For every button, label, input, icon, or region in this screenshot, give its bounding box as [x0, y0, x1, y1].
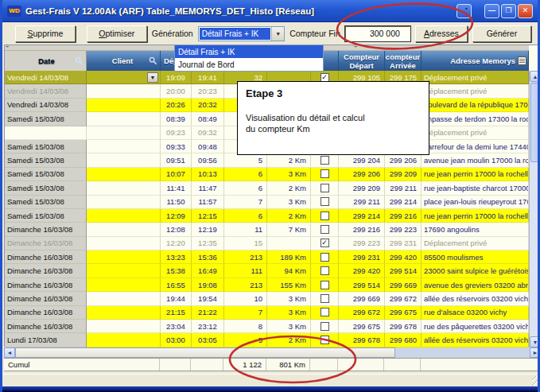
column-options-icon[interactable]	[518, 56, 526, 65]
supprime-button[interactable]: Supprime	[15, 25, 76, 42]
prive-checkbox[interactable]	[321, 156, 329, 165]
vertical-scroll-thumb[interactable]	[530, 83, 540, 162]
dropdown-item[interactable]: Détail Frais + IK	[175, 45, 323, 58]
table-row[interactable]: Dimanche 16/03/0812:2012:3515✓299 223299…	[5, 237, 529, 250]
cell-km: 94 Km	[267, 264, 311, 278]
prive-checkbox[interactable]	[321, 281, 329, 289]
compteur-fin-label: Compteur Fin	[289, 29, 340, 38]
cell-date: Vendredi 14/03/08	[5, 99, 87, 112]
horizontal-scroll-thumb[interactable]	[15, 347, 395, 358]
cell-client	[87, 126, 161, 140]
generation-combobox-value: Détail Frais + IK	[200, 28, 270, 40]
prive-checkbox[interactable]	[321, 294, 329, 303]
cell-date: Lundi 17/03/08	[5, 333, 87, 347]
cell-adresse: Déplacement privé	[422, 126, 529, 140]
cell-client	[87, 99, 161, 112]
cell-prive	[311, 333, 339, 347]
table-row[interactable]: Samedi 15/03/0811:4111:4762 Km299 209299…	[5, 181, 529, 195]
vertical-scrollbar[interactable]: ▲ ▼	[529, 71, 540, 347]
cell-date: Samedi 15/03/08	[5, 196, 87, 209]
table-row[interactable]: Samedi 15/03/0811:5011:5773 Km299 211299…	[5, 196, 529, 209]
optimiser-button[interactable]: Optimiser	[87, 25, 147, 42]
chevron-down-icon[interactable]: ▼	[271, 27, 284, 41]
cell-duree: 5	[224, 333, 267, 347]
table-row[interactable]: Dimanche 16/03/0821:1521:2273 Km299 6722…	[5, 306, 529, 320]
header-compteur-depart[interactable]: Compteur Départ	[339, 51, 385, 71]
title-bar: WD Gest-Frais V 12.00Ak (ARF) Table_MEMO…	[2, 0, 538, 22]
cell-adresse: Déplacement privé	[422, 71, 529, 84]
cell-compteur-depart: 299 672	[339, 306, 385, 320]
header-client[interactable]: Client	[87, 51, 161, 71]
search-icon[interactable]	[75, 56, 84, 65]
prive-checkbox[interactable]	[321, 336, 329, 344]
cell-heure-depart: 09:33	[161, 140, 192, 153]
row-combo-button[interactable]: ▼	[147, 72, 158, 83]
cell-date: Dimanche 16/03/08	[5, 264, 87, 278]
scroll-left-icon[interactable]: ◄	[4, 347, 15, 358]
cell-date: Dimanche 16/03/08	[5, 250, 87, 264]
prive-checkbox[interactable]	[321, 225, 329, 234]
cell-date: Samedi 15/03/08	[5, 168, 87, 181]
window-bottom-border	[2, 386, 540, 392]
cell-prive	[311, 168, 339, 181]
prive-checkbox[interactable]: ✓	[321, 239, 329, 247]
cell-compteur-depart: 299 231	[339, 250, 385, 264]
prive-checkbox[interactable]	[321, 184, 329, 192]
cell-adresse: rue jean perrin 17000 la rochelle	[422, 168, 529, 181]
cell-adresse: avenue jean moulin 17000 la ro	[422, 153, 529, 167]
horizontal-scroll-track[interactable]	[395, 347, 530, 358]
scroll-up-icon[interactable]: ▲	[530, 71, 540, 82]
cell-prive	[311, 209, 339, 223]
prive-checkbox[interactable]	[321, 308, 329, 316]
cumul-label: Cumul	[4, 359, 160, 371]
prive-checkbox[interactable]	[321, 169, 329, 178]
table-row[interactable]: Dimanche 16/03/0812:0812:19117 Km299 216…	[5, 223, 529, 236]
cell-date: Samedi 15/03/08	[5, 181, 87, 195]
header-date[interactable]: Date	[5, 51, 87, 71]
header-adresse[interactable]: Adresse Memorys	[422, 51, 529, 71]
adresses-button[interactable]: Adresses	[415, 25, 468, 42]
table-row[interactable]: Dimanche 16/03/0823:0423:1283 Km299 6752…	[5, 320, 529, 333]
generer-button[interactable]: Générer	[472, 25, 531, 42]
horizontal-scrollbar[interactable]: ◄ ►	[4, 347, 540, 358]
minimize-button[interactable]: —	[484, 4, 499, 18]
cell-adresse: 85500 moulismes	[422, 250, 529, 264]
prive-checkbox[interactable]	[321, 266, 329, 275]
cell-heure-depart: 16:55	[161, 278, 192, 292]
table-row[interactable]: Samedi 15/03/0810:0710:1363 Km299 206299…	[5, 168, 529, 181]
prive-checkbox[interactable]	[321, 253, 329, 262]
cell-heure-arrivee: 03:05	[192, 333, 224, 347]
column-sort-marker[interactable]: ÷	[354, 43, 357, 51]
table-row[interactable]: Dimanche 16/03/0819:4419:54103 Km299 669…	[5, 292, 529, 305]
cell-heure-arrivee: 21:22	[192, 306, 224, 320]
close-button[interactable]: ✕	[518, 4, 533, 18]
restore-button[interactable]: ❐	[501, 4, 516, 18]
generation-combobox[interactable]: Détail Frais + IK ▼	[198, 26, 285, 41]
window-menu-button[interactable]: ▪	[456, 4, 472, 18]
column-sort-marker[interactable]: ÷	[6, 43, 9, 51]
cell-client	[87, 320, 161, 333]
cell-prive	[311, 320, 339, 333]
table-row[interactable]: Samedi 15/03/0809:5109:5652 Km299 204299…	[5, 153, 529, 167]
scroll-down-icon[interactable]: ▼	[530, 336, 540, 347]
cumul-cell	[160, 359, 191, 371]
dropdown-item[interactable]: Journal de Bord	[175, 58, 323, 71]
prive-checkbox[interactable]	[321, 322, 329, 331]
cell-compteur-depart: 299 209	[339, 181, 385, 195]
table-row[interactable]: Dimanche 16/03/0815:3816:4911194 Km299 4…	[5, 264, 529, 278]
scroll-right-icon[interactable]: ►	[530, 347, 540, 358]
table-row[interactable]: Lundi 17/03/0803:0003:0552 Km299 678299 …	[5, 333, 529, 347]
table-row[interactable]: Samedi 15/03/0812:0912:1562 Km299 214299…	[5, 209, 529, 223]
header-compteur-arrivee[interactable]: compteur Arrivée	[385, 51, 422, 71]
cell-km: 3 Km	[267, 292, 311, 305]
resize-grip[interactable]	[532, 376, 540, 386]
compteur-fin-input[interactable]: 300 000	[345, 26, 410, 41]
prive-checkbox[interactable]	[321, 197, 329, 206]
table-row[interactable]: Dimanche 16/03/0816:5519:08213155 Km299 …	[5, 278, 529, 292]
table-row[interactable]: Dimanche 16/03/0813:2315:36213189 Km299 …	[5, 250, 529, 264]
cell-km	[267, 237, 311, 250]
cell-heure-arrivee: 16:49	[192, 264, 224, 278]
cell-client: ▼	[87, 71, 161, 84]
prive-checkbox[interactable]	[321, 212, 329, 220]
search-icon[interactable]	[149, 56, 157, 65]
